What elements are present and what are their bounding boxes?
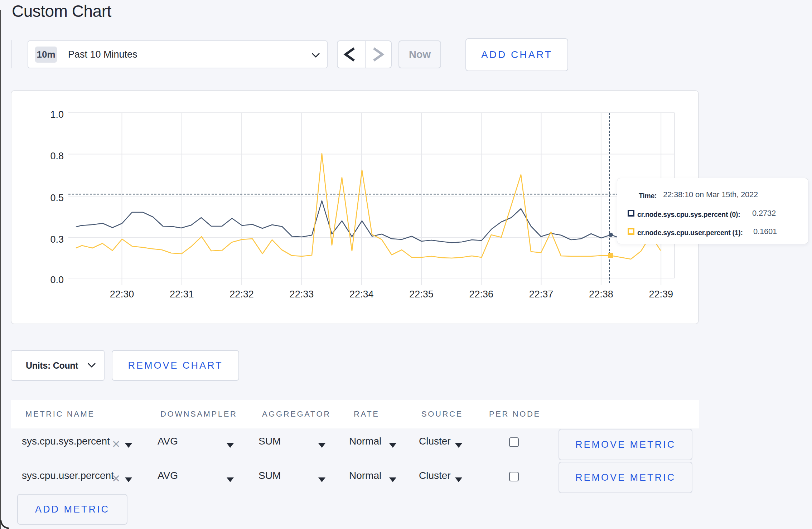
svg-text:22:34: 22:34 (349, 289, 374, 300)
svg-text:0.5: 0.5 (50, 193, 64, 203)
svg-text:0.3: 0.3 (50, 234, 64, 245)
svg-text:0.0: 0.0 (50, 275, 64, 285)
svg-text:22:35: 22:35 (409, 289, 434, 300)
svg-text:22:33: 22:33 (290, 289, 314, 300)
svg-text:0.8: 0.8 (50, 151, 64, 161)
svg-text:22:31: 22:31 (170, 289, 194, 300)
svg-text:22:39: 22:39 (649, 289, 673, 300)
svg-text:22:36: 22:36 (469, 289, 494, 300)
svg-text:22:32: 22:32 (229, 289, 254, 300)
svg-text:1.0: 1.0 (50, 109, 64, 120)
svg-text:22:30: 22:30 (110, 289, 134, 300)
svg-text:22:38: 22:38 (589, 289, 613, 300)
svg-text:22:37: 22:37 (529, 289, 554, 300)
